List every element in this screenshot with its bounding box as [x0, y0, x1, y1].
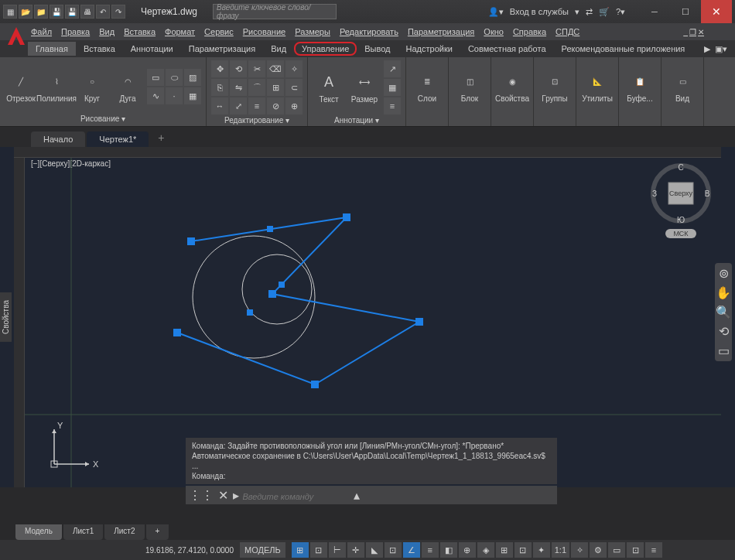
tab-home[interactable]: Главная — [28, 42, 76, 56]
tool-rect-icon[interactable]: ▭ — [147, 69, 164, 86]
nav-orbit-icon[interactable]: ⟲ — [719, 324, 729, 339]
command-input[interactable] — [242, 492, 350, 501]
filetab-start[interactable]: Начало — [31, 131, 85, 147]
tool-rotate-icon[interactable]: ⟲ — [230, 60, 247, 77]
menu-parametric[interactable]: Параметризация — [408, 27, 474, 36]
status-transparency-icon[interactable]: ◧ — [440, 542, 457, 558]
mdi-restore-icon[interactable]: ❐ — [689, 28, 696, 36]
status-snap-icon[interactable]: ⊡ — [310, 542, 327, 558]
ucs-icon[interactable]: X Y — [46, 418, 101, 472]
tab-addins[interactable]: Надстройки — [398, 42, 460, 56]
coordinates-readout[interactable]: 19.6186, 27.4120, 0.0000 — [145, 546, 234, 555]
cart-icon[interactable]: 🛒 — [599, 7, 610, 17]
tool-erase-icon[interactable]: ⌫ — [267, 60, 284, 77]
menu-draw[interactable]: Рисование — [243, 27, 285, 36]
tab-output[interactable]: Вывод — [357, 42, 398, 56]
menu-edit[interactable]: Правка — [61, 27, 90, 36]
qat-undo-icon[interactable]: ↶ — [96, 5, 110, 19]
status-clean-icon[interactable]: ⊡ — [627, 542, 644, 558]
tool-text[interactable]: AТекст — [313, 72, 345, 104]
tool-spline-icon[interactable]: ∿ — [147, 87, 164, 104]
tab-insert[interactable]: Вставка — [76, 42, 123, 56]
tool-groups[interactable]: ⊡Группы — [538, 71, 571, 103]
cloud-icon[interactable]: ▾ — [575, 7, 579, 17]
tool-leader-icon[interactable]: ↗ — [384, 60, 401, 77]
tool-move-icon[interactable]: ✥ — [211, 60, 228, 77]
tab-view[interactable]: Вид — [263, 42, 294, 56]
status-workspace-icon[interactable]: ⚙ — [590, 542, 607, 558]
cmd-recent-icon[interactable]: ▴ — [354, 489, 360, 502]
cmd-close-icon[interactable]: ✕ — [218, 488, 228, 503]
layout-tab-sheet2[interactable]: Лист2 — [104, 524, 144, 540]
minimize-button[interactable]: ─ — [639, 0, 670, 23]
mdi-min-icon[interactable]: _ — [683, 28, 688, 36]
status-3dosnap-icon[interactable]: ◈ — [477, 542, 494, 558]
tool-array-icon[interactable]: ⊞ — [267, 79, 284, 96]
tool-clipboard[interactable]: 📋Буфе... — [624, 71, 656, 103]
tab-collapse-icon[interactable]: ▣▾ — [715, 44, 727, 54]
layout-tab-model[interactable]: Модель — [15, 524, 62, 540]
menu-file[interactable]: Файл — [31, 27, 52, 36]
tool-line[interactable]: ╱Отрезок — [5, 71, 37, 103]
tab-manage[interactable]: Управление — [294, 42, 357, 56]
status-polar-icon[interactable]: ✛ — [347, 542, 364, 558]
tool-offset-icon[interactable]: ⊂ — [285, 79, 303, 96]
status-otrack-icon[interactable]: ∠ — [403, 542, 420, 558]
tool-fillet-icon[interactable]: ⌒ — [248, 79, 265, 96]
tool-align-icon[interactable]: ≡ — [248, 97, 265, 114]
status-custom-icon[interactable]: ≡ — [645, 542, 662, 558]
qat-new-icon[interactable]: ▦ — [3, 5, 17, 19]
mdi-close-icon[interactable]: ✕ — [698, 28, 704, 36]
tool-region-icon[interactable]: ▦ — [184, 87, 201, 104]
tool-view[interactable]: ▭Вид — [666, 71, 699, 103]
tab-featured[interactable]: Рекомендованные приложения — [554, 42, 693, 56]
tab-annotate[interactable]: Аннотации — [123, 42, 181, 56]
status-osnap-icon[interactable]: ⊡ — [385, 542, 402, 558]
status-qp-icon[interactable]: ⊡ — [514, 542, 532, 558]
menu-format[interactable]: Формат — [165, 27, 195, 36]
menu-spds[interactable]: СПДС — [556, 27, 579, 36]
help-icon[interactable]: ?▾ — [616, 7, 625, 17]
filetab-add-button[interactable]: + — [150, 128, 172, 147]
menu-tools[interactable]: Сервис — [204, 27, 234, 36]
status-dyn-icon[interactable]: ⊞ — [496, 542, 513, 558]
status-grid-icon[interactable]: ⊞ — [292, 542, 309, 558]
exchange-icon[interactable]: ⇄ — [586, 7, 593, 17]
menu-insert[interactable]: Вставка — [124, 27, 156, 36]
qat-save-icon[interactable]: 💾 — [50, 5, 63, 19]
command-line[interactable]: ⋮⋮ ✕ ▸ ▴ — [186, 486, 557, 504]
status-ortho-icon[interactable]: ⊢ — [329, 542, 346, 558]
tool-hatch-icon[interactable]: ▨ — [184, 69, 201, 86]
qat-plot-icon[interactable]: 🖶 — [80, 5, 94, 19]
nav-zoom-icon[interactable]: 🔍 — [716, 305, 731, 319]
tool-properties[interactable]: ◉Свойства — [496, 71, 528, 103]
tool-ellipse-icon[interactable]: ⬭ — [166, 69, 183, 86]
menu-modify[interactable]: Редактировать — [340, 27, 398, 36]
tab-play-icon[interactable]: ▶ — [704, 44, 710, 54]
tab-collaborate[interactable]: Совместная работа — [460, 42, 554, 56]
coord-system-label[interactable]: МСК — [665, 229, 696, 238]
properties-palette-tab[interactable]: Свойства — [0, 292, 12, 342]
qat-saveas-icon[interactable]: 💾 — [65, 5, 79, 19]
tool-stretch-icon[interactable]: ↔ — [211, 97, 228, 114]
status-scale-button[interactable]: 1:1 — [552, 542, 569, 558]
status-units-icon[interactable]: ✦ — [533, 542, 550, 558]
tool-scale-icon[interactable]: ⤢ — [230, 97, 247, 114]
user-icon[interactable]: 👤▾ — [488, 7, 504, 17]
status-monitor-icon[interactable]: ▭ — [608, 542, 625, 558]
login-link[interactable]: Вход в службы — [510, 7, 569, 16]
tool-join-icon[interactable]: ⊕ — [285, 97, 303, 114]
maximize-button[interactable]: ☐ — [670, 0, 701, 23]
layout-tab-sheet1[interactable]: Лист1 — [63, 524, 103, 540]
qat-redo-icon[interactable]: ↷ — [111, 5, 125, 19]
tool-trim-icon[interactable]: ✂ — [248, 60, 265, 77]
app-logo-icon[interactable] — [5, 25, 28, 48]
tool-table-icon[interactable]: ▦ — [384, 79, 401, 96]
viewcube[interactable]: Сверху С Ю В З МСК — [650, 162, 712, 224]
tool-mirror-icon[interactable]: ⇋ — [230, 79, 247, 96]
layout-tab-add[interactable]: + — [146, 524, 169, 540]
tool-arc[interactable]: ◠Дуга — [111, 71, 144, 103]
menu-dimension[interactable]: Размеры — [295, 27, 330, 36]
nav-showmotion-icon[interactable]: ▭ — [718, 343, 730, 358]
cmd-handle-icon[interactable]: ⋮⋮ — [189, 488, 214, 503]
